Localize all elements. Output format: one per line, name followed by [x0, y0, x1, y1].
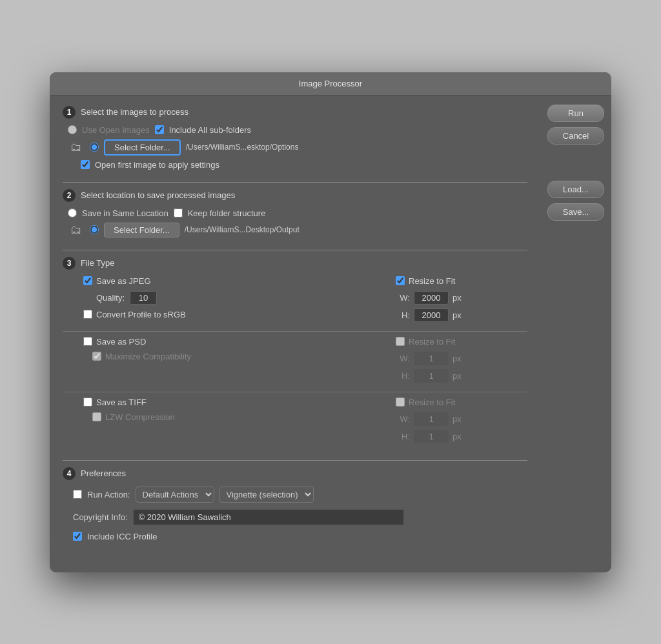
psd-section: Save as PSD Maximize Compatibility Resiz…: [63, 331, 527, 387]
quality-label: Quality:: [96, 293, 125, 303]
maximize-compat-checkbox[interactable]: [92, 352, 101, 361]
main-content: 1 Select the images to process Use Open …: [50, 96, 540, 572]
run-action-label: Run Action:: [87, 490, 130, 499]
psd-h-input: [414, 369, 449, 383]
step-badge-3: 3: [63, 257, 76, 270]
jpeg-right: Resize to Fit W: px H: px: [385, 276, 527, 326]
open-first-image-label: Open first image to apply settings: [95, 160, 219, 170]
jpeg-w-px: px: [453, 293, 462, 303]
lzw-row: LZW Compression: [92, 412, 360, 422]
section-3-title: 3 File Type: [63, 257, 527, 270]
folder-arrow-icon-1: 🗂: [70, 141, 82, 154]
run-action-row: Run Action: Default Actions Vignette (se…: [73, 487, 527, 503]
load-button[interactable]: Load...: [547, 181, 604, 198]
tiff-h-label: H:: [400, 432, 410, 441]
save-button[interactable]: Save...: [547, 203, 604, 221]
step-badge-2: 2: [63, 189, 76, 202]
tiff-w-label: W:: [400, 414, 410, 424]
copyright-input[interactable]: [133, 509, 404, 525]
jpeg-w-input[interactable]: [414, 291, 449, 305]
same-location-label: Save in Same Location: [82, 208, 168, 218]
open-first-image-checkbox[interactable]: [81, 160, 90, 169]
jpeg-left: Save as JPEG Quality: Convert Profile to…: [73, 276, 360, 326]
action-select[interactable]: Vignette (selection): [219, 487, 314, 503]
copyright-label: Copyright Info:: [73, 512, 128, 522]
convert-profile-label: Convert Profile to sRGB: [96, 310, 186, 319]
title-bar: Image Processor: [50, 72, 611, 96]
step-badge-4: 4: [63, 467, 76, 480]
select-folder-radio-2[interactable]: [90, 225, 99, 234]
step-badge-1: 1: [63, 106, 76, 119]
tiff-section: Save as TIFF LZW Compression Resize to F…: [63, 392, 527, 447]
folder-path-2: /Users/WilliamS...Desktop/Output: [185, 225, 300, 234]
run-action-checkbox[interactable]: [73, 490, 82, 499]
section-4-title: 4 Preferences: [63, 467, 527, 480]
jpeg-h-px: px: [453, 310, 462, 320]
dialog-title: Image Processor: [299, 79, 362, 88]
image-processor-dialog: Image Processor 1 Select the images to p…: [50, 72, 611, 572]
folder-row-1: 🗂 Select Folder... /Users/WilliamS...esk…: [70, 139, 527, 156]
lzw-checkbox[interactable]: [92, 412, 101, 421]
cancel-button[interactable]: Cancel: [547, 127, 604, 145]
resize-jpeg-checkbox[interactable]: [396, 276, 405, 285]
section-3-label: File Type: [81, 258, 115, 268]
psd-h-row: H: px: [400, 369, 527, 383]
psd-w-input: [414, 352, 449, 365]
resize-psd-checkbox[interactable]: [396, 337, 405, 346]
save-psd-row: Save as PSD: [83, 337, 360, 347]
folder-path-1: /Users/WilliamS...esktop/Options: [186, 143, 299, 152]
same-location-row: Save in Same Location Keep folder struct…: [68, 208, 527, 218]
section-4: 4 Preferences Run Action: Default Action…: [63, 467, 527, 556]
tiff-cols: Save as TIFF LZW Compression Resize to F…: [73, 397, 527, 447]
jpeg-h-input[interactable]: [414, 308, 449, 322]
save-tiff-checkbox[interactable]: [83, 397, 92, 407]
section-1-label: Select the images to process: [81, 107, 188, 117]
psd-cols: Save as PSD Maximize Compatibility Resiz…: [73, 337, 527, 387]
select-folder-radio-1[interactable]: [90, 143, 99, 152]
dialog-body: 1 Select the images to process Use Open …: [50, 96, 611, 572]
psd-left: Save as PSD Maximize Compatibility: [73, 337, 360, 387]
folder-row-2: 🗂 Select Folder... /Users/WilliamS...Des…: [70, 223, 527, 237]
quality-input[interactable]: [130, 291, 157, 305]
tiff-h-row: H: px: [400, 430, 527, 443]
psd-h-label: H:: [400, 371, 410, 381]
run-button[interactable]: Run: [547, 105, 604, 122]
save-jpeg-label: Save as JPEG: [96, 276, 151, 286]
resize-tiff-checkbox[interactable]: [396, 397, 405, 407]
use-open-images-row: Use Open Images Include All sub-folders: [68, 125, 527, 135]
include-subfolders-checkbox[interactable]: [155, 125, 164, 134]
save-psd-label: Save as PSD: [96, 337, 146, 347]
jpeg-w-label: W:: [400, 293, 410, 303]
action-set-select[interactable]: Default Actions: [136, 487, 214, 503]
save-psd-checkbox[interactable]: [83, 337, 92, 346]
icc-row: Include ICC Profile: [73, 532, 527, 541]
tiff-right: Resize to Fit W: px H: px: [385, 397, 527, 447]
copyright-row: Copyright Info:: [63, 509, 527, 525]
jpeg-h-row: H: px: [400, 308, 527, 322]
convert-profile-row: Convert Profile to sRGB: [83, 310, 360, 319]
select-folder-button-2[interactable]: Select Folder...: [104, 223, 179, 237]
save-tiff-label: Save as TIFF: [96, 397, 147, 407]
maximize-row: Maximize Compatibility: [92, 352, 360, 361]
keep-structure-checkbox[interactable]: [174, 208, 183, 217]
maximize-compat-label: Maximize Compatibility: [105, 352, 191, 361]
use-open-images-label: Use Open Images: [82, 125, 150, 135]
folder-arrow-icon-2: 🗂: [70, 223, 82, 237]
save-jpeg-row: Save as JPEG: [83, 276, 360, 286]
icc-profile-checkbox[interactable]: [73, 532, 82, 541]
select-folder-button-1[interactable]: Select Folder...: [104, 139, 181, 156]
resize-tiff-row: Resize to Fit: [396, 397, 527, 407]
same-location-radio[interactable]: [68, 208, 77, 217]
lzw-label: LZW Compression: [105, 412, 175, 422]
convert-profile-checkbox[interactable]: [83, 310, 92, 319]
resize-jpeg-label: Resize to Fit: [409, 276, 455, 286]
jpeg-section: Save as JPEG Quality: Convert Profile to…: [73, 276, 527, 326]
section-2-label: Select location to save processed images: [81, 190, 235, 200]
use-open-images-radio[interactable]: [68, 125, 77, 134]
save-jpeg-checkbox[interactable]: [83, 276, 92, 285]
psd-h-px: px: [453, 371, 462, 381]
section-2-title: 2 Select location to save processed imag…: [63, 189, 527, 202]
psd-right: Resize to Fit W: px H: px: [385, 337, 527, 387]
include-subfolders-label: Include All sub-folders: [169, 125, 251, 135]
save-tiff-row: Save as TIFF: [83, 397, 360, 407]
